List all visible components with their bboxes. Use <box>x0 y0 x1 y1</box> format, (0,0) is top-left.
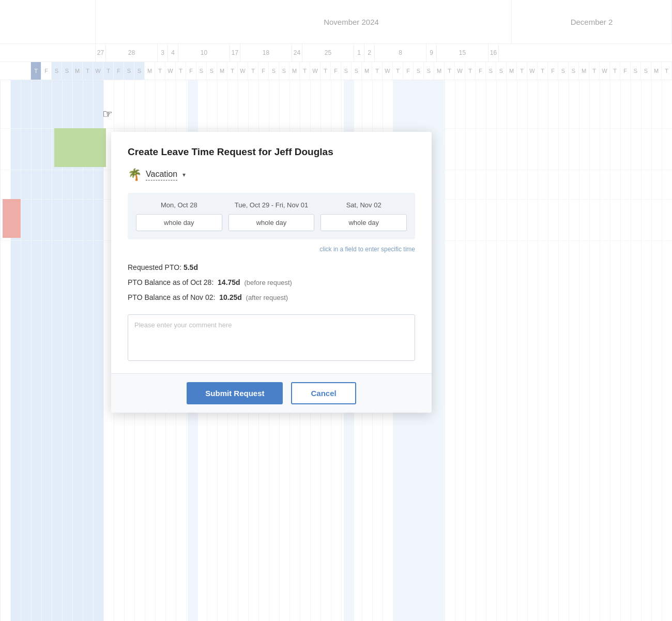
date-header-1: Mon, Oct 28 <box>136 201 222 209</box>
leave-type-icon: 🌴 <box>128 168 142 181</box>
date-header-2: Tue, Oct 29 - Fri, Nov 01 <box>228 201 315 209</box>
whole-day-btn-3[interactable]: whole day <box>320 214 407 231</box>
pto-balance-oct-line: PTO Balance as of Oct 28: 14.75d (before… <box>128 277 415 288</box>
pto-balance-oct-note: (before request) <box>244 279 292 286</box>
date-range-inputs: whole day whole day whole day <box>136 214 407 231</box>
whole-day-btn-1[interactable]: whole day <box>136 214 222 231</box>
modal-body: Create Leave Time Request for Jeff Dougl… <box>111 132 432 373</box>
pto-balance-nov-value: 10.25d <box>219 293 242 301</box>
leave-type-label: Vacation <box>146 170 177 180</box>
submit-request-button[interactable]: Submit Request <box>187 382 283 404</box>
pto-requested-line: Requested PTO: 5.5d <box>128 262 415 273</box>
modal-footer: Submit Request Cancel <box>111 373 432 413</box>
date-header-3: Sat, Nov 02 <box>320 201 407 209</box>
time-hint: click in a field to enter specific time <box>128 246 415 253</box>
pto-balance-nov-note: (after request) <box>246 294 288 301</box>
leave-type-dropdown-arrow: ▾ <box>182 171 186 178</box>
pto-section: Requested PTO: 5.5d PTO Balance as of Oc… <box>128 262 415 303</box>
date-range-headers: Mon, Oct 28 Tue, Oct 29 - Fri, Nov 01 Sa… <box>136 201 407 209</box>
pto-balance-oct-value: 14.75d <box>218 278 240 286</box>
modal-title: Create Leave Time Request for Jeff Dougl… <box>128 146 415 158</box>
pto-balance-nov-line: PTO Balance as of Nov 02: 10.25d (after … <box>128 292 415 303</box>
whole-day-btn-2[interactable]: whole day <box>228 214 315 231</box>
date-range-grid: Mon, Oct 28 Tue, Oct 29 - Fri, Nov 01 Sa… <box>128 193 415 239</box>
leave-request-modal: Create Leave Time Request for Jeff Dougl… <box>111 132 432 413</box>
leave-type-selector[interactable]: 🌴 Vacation ▾ <box>128 168 415 181</box>
comment-textarea[interactable] <box>128 314 415 361</box>
cancel-button[interactable]: Cancel <box>291 382 356 404</box>
pto-requested-value: 5.5d <box>184 263 198 271</box>
